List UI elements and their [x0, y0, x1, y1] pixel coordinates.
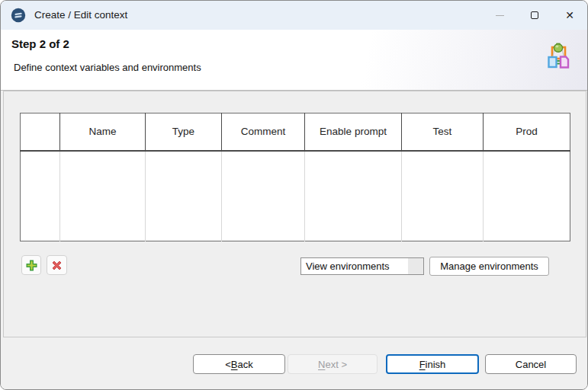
next-button[interactable]: Next >	[288, 354, 378, 374]
maximize-button[interactable]	[517, 1, 552, 30]
view-environments-combobox[interactable]: View environments	[300, 257, 424, 275]
cancel-button[interactable]: Cancel	[485, 354, 577, 374]
empty-table-body-row[interactable]	[21, 151, 570, 241]
column-header-comment[interactable]: Comment	[222, 113, 305, 151]
context-wizard-icon	[546, 40, 570, 71]
column-header-enable-prompt[interactable]: Enable prompt	[305, 113, 402, 151]
app-logo-icon	[11, 8, 26, 23]
close-button[interactable]: ✕	[552, 1, 587, 30]
footer-button-bar: < Back Next > Finish Cancel	[1, 337, 587, 390]
create-edit-context-dialog: Create / Edit context ✕ Step 2 of 2 Defi…	[0, 0, 588, 390]
column-header-prod[interactable]: Prod	[484, 113, 570, 151]
window-title: Create / Edit context	[34, 1, 127, 30]
minimize-icon	[496, 15, 504, 16]
context-variables-table[interactable]: Name Type Comment Enable prompt Test Pro…	[20, 113, 570, 241]
titlebar: Create / Edit context ✕	[1, 1, 587, 30]
step-title: Step 2 of 2	[11, 37, 69, 50]
minimize-button[interactable]	[482, 1, 517, 30]
finish-button[interactable]: Finish	[386, 354, 479, 374]
combo-dropdown-button[interactable]	[408, 258, 423, 274]
wizard-header: Step 2 of 2 Define context variables and…	[1, 30, 587, 91]
close-icon: ✕	[565, 10, 574, 21]
manage-environments-button[interactable]: Manage environments	[429, 257, 549, 276]
back-button[interactable]: < Back	[193, 354, 285, 374]
column-header-test[interactable]: Test	[402, 113, 484, 151]
maximize-icon	[531, 11, 538, 19]
delete-variable-button[interactable]	[47, 255, 67, 275]
column-header-name[interactable]: Name	[60, 113, 146, 151]
add-variable-button[interactable]	[21, 255, 41, 275]
step-subtitle: Define context variables and environment…	[14, 62, 201, 73]
plus-icon	[26, 260, 37, 271]
column-header-type[interactable]: Type	[146, 113, 222, 151]
column-header-row-selector	[21, 113, 60, 151]
red-cross-icon	[51, 260, 63, 271]
table-header-row: Name Type Comment Enable prompt Test Pro…	[21, 113, 570, 151]
view-environments-value: View environments	[301, 261, 408, 272]
